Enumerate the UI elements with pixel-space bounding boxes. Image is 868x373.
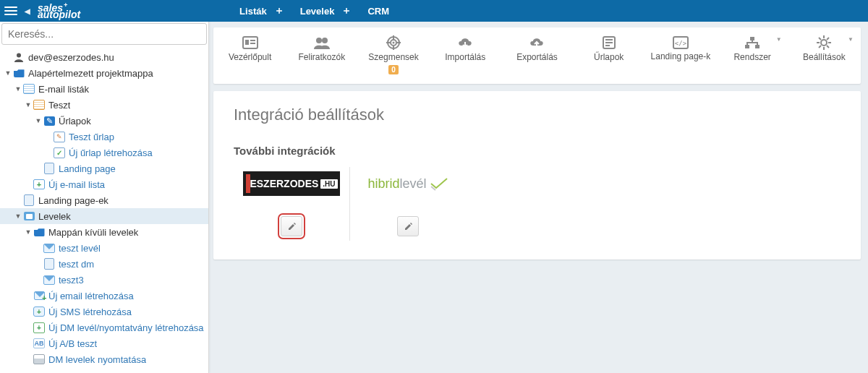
- form-icon: [576, 35, 641, 51]
- disclosure-icon[interactable]: ▼: [14, 85, 22, 93]
- tree-item[interactable]: +Új e-mail lista: [0, 176, 208, 192]
- tree-item-label: teszt3: [59, 275, 84, 286]
- tree-item[interactable]: dev@eszerzodes.hu: [0, 49, 208, 65]
- top-bar: ◀ sales+ autopilot Listák＋ Levelek＋ CRM: [0, 0, 868, 22]
- nav-tree: dev@eszerzodes.hu▼Alapértelmezett projek…: [0, 46, 208, 373]
- tree-item[interactable]: ▼Mappán kívüli levelek: [0, 224, 208, 240]
- tree-item[interactable]: teszt levél: [0, 240, 208, 256]
- svg-line-28: [819, 38, 821, 40]
- edit-integration-button[interactable]: [397, 216, 419, 236]
- brand-suffix: .HU: [320, 179, 337, 189]
- search-input[interactable]: [1, 23, 207, 45]
- doc-green-icon: ✓: [54, 147, 65, 158]
- settings-panel: Integráció beállítások További integráci…: [213, 91, 861, 260]
- nav-levelek[interactable]: Levelek＋: [300, 4, 352, 17]
- tile-segments[interactable]: Szegmensek0: [359, 30, 427, 81]
- tree-item-label: teszt levél: [59, 243, 101, 254]
- tree-item-label: Új A/B teszt: [48, 338, 97, 349]
- tile-subscribers[interactable]: Feliratkozók: [288, 30, 355, 81]
- sidebar: dev@eszerzodes.hu▼Alapértelmezett projek…: [0, 22, 209, 373]
- panel-subtitle: További integrációk: [234, 145, 841, 157]
- tile-label: Exportálás: [505, 52, 569, 62]
- svg-point-9: [393, 42, 395, 44]
- doc-icon: [43, 163, 55, 174]
- tree-item-label: Mappán kívüli levelek: [48, 227, 138, 238]
- brand-logo[interactable]: sales+ autopilot: [38, 2, 80, 20]
- disclosure-icon[interactable]: ▼: [25, 228, 32, 236]
- integration-logo: hibridlevél: [359, 170, 456, 197]
- doc-icon: [23, 194, 35, 206]
- panel-title: Integráció beállítások: [234, 106, 841, 124]
- top-nav: Listák＋ Levelek＋ CRM: [239, 4, 389, 17]
- search-box: [0, 22, 208, 46]
- tree-item-label: Új e-mail lista: [48, 179, 105, 190]
- tile-dashboard[interactable]: Vezérlőpult: [216, 30, 284, 81]
- menu-toggle-icon[interactable]: [4, 4, 17, 17]
- main-area: VezérlőpultFeliratkozókSzegmensek0Import…: [209, 22, 868, 373]
- target-icon: [361, 35, 425, 51]
- svg-rect-20: [750, 37, 754, 40]
- tree-item-label: E-mail listák: [38, 84, 89, 95]
- tree-item[interactable]: ABÚj A/B teszt: [0, 335, 208, 351]
- tree-item[interactable]: +Új SMS létrehozása: [0, 304, 208, 320]
- collapse-icon[interactable]: ◀: [25, 7, 30, 15]
- svg-point-23: [821, 40, 827, 46]
- tree-item[interactable]: ✓Új űrlap létrehozása: [0, 145, 208, 160]
- svg-point-6: [322, 38, 328, 43]
- tree-item[interactable]: ▼✎Űrlapok: [0, 113, 208, 129]
- brand-text: ESZERZODES: [250, 178, 318, 189]
- mail-panel-icon: [23, 210, 35, 222]
- tree-item[interactable]: teszt dm: [0, 256, 208, 272]
- tile-label: Beállítások: [792, 52, 856, 62]
- svg-line-29: [827, 46, 829, 48]
- user-icon: [13, 51, 25, 63]
- dropdown-caret-icon[interactable]: ▼: [848, 36, 854, 43]
- tile-export[interactable]: Exportálás: [503, 30, 571, 81]
- svg-rect-21: [745, 45, 749, 48]
- tree-item[interactable]: ▼E-mail listák: [0, 81, 208, 97]
- cloud-down-icon: [433, 35, 498, 51]
- tree-item-label: teszt dm: [59, 259, 94, 270]
- tile-label: Űrlapok: [576, 52, 641, 62]
- mail-icon: [43, 274, 55, 286]
- disclosure-icon[interactable]: ▼: [4, 69, 12, 77]
- tile-landing[interactable]: </>Landing page-k: [647, 30, 714, 81]
- nav-listak[interactable]: Listák＋: [239, 4, 284, 17]
- disclosure-icon[interactable]: ▼: [35, 117, 42, 124]
- tree-item[interactable]: ✎Teszt űrlap: [0, 129, 208, 145]
- doc-icon: [43, 258, 55, 270]
- svg-text:</>: </>: [675, 40, 687, 47]
- svg-rect-2: [245, 40, 249, 45]
- tree-item[interactable]: ▼Levelek: [0, 208, 208, 224]
- tree-item[interactable]: ▼Alapértelmezett projektmappa: [0, 65, 208, 81]
- tree-item-label: Teszt űrlap: [69, 132, 114, 142]
- edit-integration-button[interactable]: [281, 216, 302, 236]
- gear-icon: [792, 35, 856, 51]
- tree-item[interactable]: ▼Teszt: [0, 97, 208, 113]
- nav-crm[interactable]: CRM: [367, 4, 389, 17]
- plus-icon[interactable]: ＋: [274, 4, 284, 17]
- tree-item[interactable]: +Új email létrehozása: [0, 288, 208, 304]
- tile-forms[interactable]: Űrlapok: [575, 30, 642, 81]
- disclosure-icon[interactable]: ▼: [25, 101, 32, 108]
- integration-card-eszerzodes: ESZERZODES .HU: [234, 167, 349, 241]
- tree-item[interactable]: teszt3: [0, 272, 208, 288]
- integration-card-hibridlevel: hibridlevél: [349, 167, 466, 241]
- brand-text: hibrid: [367, 176, 399, 192]
- tree-item[interactable]: Landing page: [0, 160, 208, 176]
- tree-item[interactable]: Landing page-ek: [0, 192, 208, 208]
- tile-import[interactable]: Importálás: [432, 30, 499, 81]
- tree-item[interactable]: DM levelek nyomtatása: [0, 351, 208, 367]
- dropdown-caret-icon[interactable]: ▼: [776, 36, 782, 43]
- plus-icon[interactable]: ＋: [341, 4, 352, 17]
- tree-item-label: Új DM levél/nyomtatvány létrehozása: [48, 322, 204, 333]
- tree-item[interactable]: +Új DM levél/nyomtatvány létrehozása: [0, 320, 208, 335]
- integration-logo: ESZERZODES .HU: [243, 170, 340, 197]
- tree-item-label: Űrlapok: [59, 116, 91, 127]
- users-icon: [289, 35, 354, 51]
- disclosure-icon[interactable]: ▼: [14, 213, 22, 220]
- tile-system[interactable]: Rendszer▼: [719, 30, 786, 81]
- tile-label: Rendszer: [720, 52, 785, 62]
- tile-settings[interactable]: Beállítások▼: [791, 30, 858, 81]
- svg-point-5: [316, 38, 322, 43]
